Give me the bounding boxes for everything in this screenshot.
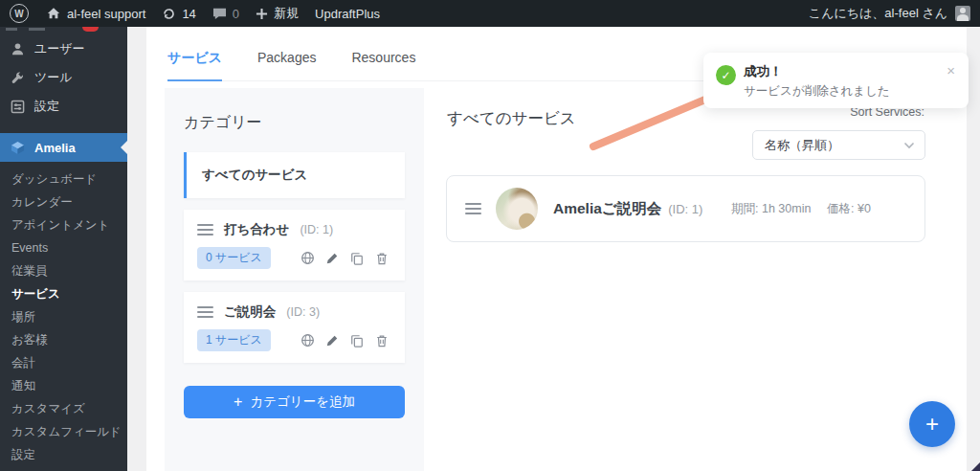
sidebar-item-users[interactable]: ユーザー <box>0 34 127 63</box>
notification-message: サービスが削除されました <box>744 83 890 100</box>
delete-icon[interactable] <box>374 333 390 348</box>
category-id: (ID: 3) <box>286 305 320 319</box>
drag-handle-icon[interactable] <box>197 306 213 318</box>
service-avatar <box>496 188 538 230</box>
tools-icon <box>10 70 26 86</box>
category-card[interactable]: ご説明会 (ID: 3) 1 サービス <box>184 292 405 363</box>
category-name: ご説明会 <box>224 303 276 321</box>
sort-services-dropdown[interactable]: 名称（昇順） <box>752 130 925 160</box>
submenu-calendar[interactable]: カレンダー <box>0 191 127 213</box>
amelia-submenu: ダッシュボード カレンダー アポイントメント Events 従業員 サービス 場… <box>0 168 127 471</box>
notification-title: 成功！ <box>744 63 783 80</box>
new-plus-icon <box>256 8 268 20</box>
submenu-settings[interactable]: 設定 <box>0 443 127 466</box>
corner-fragment <box>971 462 980 471</box>
comments-icon <box>212 7 227 20</box>
settings-icon <box>10 99 26 115</box>
comments-menu[interactable]: 0 <box>212 7 239 21</box>
service-count-badge: 1 サービス <box>197 329 271 351</box>
current-menu-arrow <box>121 141 127 154</box>
updates-menu[interactable]: 14 <box>162 7 195 21</box>
tab-services[interactable]: サービス <box>167 50 222 81</box>
updraftplus-label: UpdraftPlus <box>315 7 380 21</box>
amelia-label: Amelia <box>34 141 76 155</box>
tab-packages[interactable]: Packages <box>257 50 316 80</box>
all-services-category[interactable]: すべてのサービス <box>184 152 405 198</box>
admin-sidebar: ユーザー ツール 設定 Amelia ダッシュボード <box>0 27 127 471</box>
cut-off-menu-label <box>29 28 45 31</box>
globe-icon[interactable] <box>300 333 315 348</box>
delete-icon[interactable] <box>374 251 390 266</box>
site-name-menu[interactable]: al-feel support <box>45 6 145 22</box>
service-card[interactable]: Ameliaご説明会 (ID: 1) 期間: 1h 30min 価格: ¥0 <box>446 175 925 242</box>
home-icon <box>45 6 61 22</box>
user-greeting[interactable]: こんにちは、al-feel さん <box>809 5 947 22</box>
add-category-button[interactable]: + カテゴリーを追加 <box>184 386 405 418</box>
success-notification: ✓ 成功！ サービスが削除されました × <box>703 53 969 108</box>
submenu-events[interactable]: Events <box>0 236 127 259</box>
wordpress-logo-icon[interactable]: W <box>10 4 29 23</box>
new-label: 新規 <box>274 5 299 22</box>
site-name: al-feel support <box>67 7 145 21</box>
tab-resources[interactable]: Resources <box>351 50 415 80</box>
duplicate-icon[interactable] <box>349 333 365 348</box>
users-icon <box>10 41 26 57</box>
sidebar-item-amelia[interactable]: Amelia <box>0 133 127 162</box>
admin-bar: W al-feel support 14 <box>0 0 980 27</box>
service-title: Ameliaご説明会 (ID: 1) <box>553 199 731 219</box>
duplicate-icon[interactable] <box>349 251 365 266</box>
submenu-locations[interactable]: 場所 <box>0 305 127 328</box>
service-duration: 期間: 1h 30min <box>731 199 827 219</box>
sidebar-item-label: 設定 <box>34 98 59 115</box>
admin-bar-left: W al-feel support 14 <box>0 4 380 23</box>
edit-icon[interactable] <box>324 251 340 266</box>
new-content-menu[interactable]: 新規 <box>256 5 299 22</box>
submenu-appointments[interactable]: アポイントメント <box>0 213 127 236</box>
success-check-icon: ✓ <box>716 65 736 85</box>
user-avatar[interactable] <box>955 6 970 21</box>
drag-handle-icon[interactable] <box>197 224 213 236</box>
close-icon[interactable]: × <box>947 63 955 78</box>
sidebar-item-settings[interactable]: 設定 <box>0 92 127 121</box>
sidebar-item-label: ユーザー <box>34 40 85 57</box>
sidebar-item-tools[interactable]: ツール <box>0 63 127 92</box>
globe-icon[interactable] <box>300 251 315 266</box>
edit-icon[interactable] <box>324 333 340 348</box>
service-name: Ameliaご説明会 <box>553 199 661 219</box>
category-id: (ID: 1) <box>300 223 333 236</box>
service-price: 価格: ¥0 <box>827 201 909 217</box>
category-card[interactable]: 打ち合わせ (ID: 1) 0 サービス <box>184 210 405 280</box>
plus-icon: + <box>234 394 242 410</box>
cut-off-menu-icon <box>6 28 17 31</box>
chevron-down-icon <box>903 142 915 149</box>
category-meta-row: 0 サービス <box>197 247 391 269</box>
submenu-services[interactable]: サービス <box>0 282 127 305</box>
services-section: すべてのサービス Sort Services: 名称（昇順） Ameliaご説明… <box>446 88 925 471</box>
submenu-customers[interactable]: お客様 <box>0 328 127 351</box>
service-id: (ID: 1) <box>668 202 702 216</box>
submenu-customize[interactable]: カスタマイズ <box>0 397 127 420</box>
categories-heading: カテゴリー <box>184 113 405 133</box>
sort-selected-value: 名称（昇順） <box>765 137 839 154</box>
category-meta-row: 1 サービス <box>197 329 391 351</box>
drag-handle-icon[interactable] <box>465 203 481 214</box>
all-services-label: すべてのサービス <box>202 167 307 184</box>
service-count-badge: 0 サービス <box>197 247 271 269</box>
submenu-employees[interactable]: 従業員 <box>0 259 127 282</box>
submenu-finance[interactable]: 会計 <box>0 351 127 374</box>
category-title-row: 打ち合わせ (ID: 1) <box>197 221 391 238</box>
comments-count: 0 <box>233 7 239 21</box>
updates-icon <box>162 7 176 21</box>
submenu-custom-fields[interactable]: カスタムフィールド <box>0 420 127 443</box>
categories-panel: カテゴリー すべてのサービス 打ち合わせ (ID: 1) 0 サービス <box>165 88 424 471</box>
submenu-whats-new[interactable]: What's new <box>0 466 127 471</box>
add-service-fab[interactable]: + <box>909 401 955 447</box>
update-count-badge <box>82 27 99 32</box>
submenu-notifications[interactable]: 通知 <box>0 374 127 397</box>
sidebar-item-label: ツール <box>34 69 73 86</box>
category-title-row: ご説明会 (ID: 3) <box>197 303 391 321</box>
updraftplus-menu[interactable]: UpdraftPlus <box>315 7 380 21</box>
submenu-dashboard[interactable]: ダッシュボード <box>0 168 127 191</box>
sidebar-top-items: ユーザー ツール 設定 <box>0 27 127 121</box>
updates-count: 14 <box>182 7 195 21</box>
